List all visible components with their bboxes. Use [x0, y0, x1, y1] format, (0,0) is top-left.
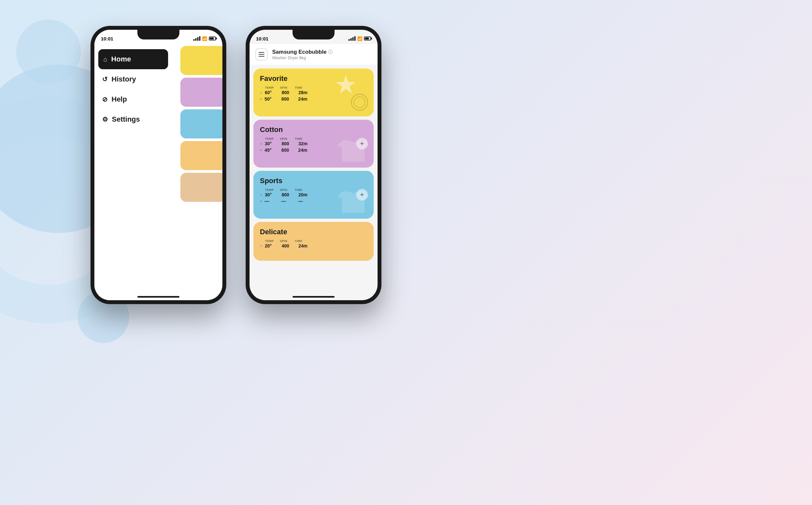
app-header: Samsung Ecobubble ⓘ Washer Dryer 8kg — [250, 44, 377, 65]
info-icon[interactable]: ⓘ — [328, 49, 333, 55]
right-peek — [172, 30, 222, 300]
stat-row-delicate-1: ○ 20° 400 24m — [260, 243, 367, 248]
battery-icon-2 — [364, 36, 371, 40]
phone-menu: 10:01 📶 — [90, 26, 226, 304]
menu-item-settings[interactable]: ⚙ Settings — [94, 109, 172, 129]
hamburger-button[interactable] — [255, 48, 268, 60]
history-icon: ↺ — [102, 75, 108, 83]
card-sports-title: Sports — [260, 177, 367, 185]
star-decoration: ★ — [334, 72, 357, 98]
wifi-icon-1: 📶 — [202, 36, 207, 41]
home-icon: ⌂ — [103, 56, 107, 63]
spin-icon-favorite — [351, 94, 368, 111]
menu-item-history[interactable]: ↺ History — [94, 69, 172, 89]
cards-container: Favorite TEMP SPIN TIME ○ 60° 800 28m ≈ — [250, 65, 377, 300]
signal-icon-1 — [193, 36, 201, 41]
peek-cards — [180, 46, 222, 202]
notch-2 — [293, 30, 334, 39]
card-favorite[interactable]: Favorite TEMP SPIN TIME ○ 60° 800 28m ≈ — [253, 68, 374, 117]
card-delicate-title: Delicate — [260, 228, 367, 236]
wifi-icon-2: 📶 — [357, 36, 362, 41]
shirt-decoration-cotton — [335, 138, 371, 165]
menu-item-home[interactable]: ⌂ Home — [98, 49, 168, 69]
status-icons-2: 📶 — [348, 36, 371, 41]
home-bar-2 — [293, 296, 334, 298]
settings-icon: ⚙ — [102, 116, 108, 123]
help-icon: ⊘ — [102, 96, 108, 103]
device-type: Washer Dryer 8kg — [272, 55, 372, 60]
time-1: 10:01 — [101, 36, 113, 41]
menu-item-help[interactable]: ⊘ Help — [94, 89, 172, 109]
notch-1 — [138, 30, 180, 39]
home-bar-1 — [138, 296, 180, 298]
status-icons-1: 📶 — [193, 36, 216, 41]
app-title-block: Samsung Ecobubble ⓘ Washer Dryer 8kg — [272, 49, 372, 60]
peek-card-1 — [180, 46, 222, 75]
time-2: 10:01 — [256, 36, 268, 41]
phone-menu-screen: 10:01 📶 — [94, 30, 222, 300]
peek-card-3 — [180, 109, 222, 139]
signal-icon-2 — [348, 36, 355, 41]
stat-headers-delicate: TEMP SPIN TIME — [260, 239, 367, 242]
card-cotton[interactable]: Cotton TEMP SPIN TIME ○ 30° 800 32m ≈ — [253, 120, 374, 168]
phone-app: 10:01 📶 — [246, 26, 381, 304]
peek-card-5 — [180, 173, 222, 202]
card-delicate-stats: ○ 20° 400 24m — [260, 243, 367, 248]
card-cotton-title: Cotton — [260, 126, 367, 134]
device-name: Samsung Ecobubble — [272, 49, 326, 55]
card-sports[interactable]: Sports TEMP SPIN TIME ○ 30° 800 20m ≈ — [253, 171, 374, 219]
phone-app-screen: 10:01 📶 — [250, 30, 377, 300]
card-delicate[interactable]: Delicate TEMP SPIN TIME ○ 20° 400 24m — [253, 222, 374, 261]
peek-card-4 — [180, 141, 222, 170]
battery-icon-1 — [209, 36, 216, 40]
shirt-decoration-sports — [335, 189, 371, 216]
menu-panel: ⌂ Home ↺ History ⊘ Help ⚙ Settings — [94, 30, 172, 300]
peek-card-2 — [180, 77, 222, 107]
